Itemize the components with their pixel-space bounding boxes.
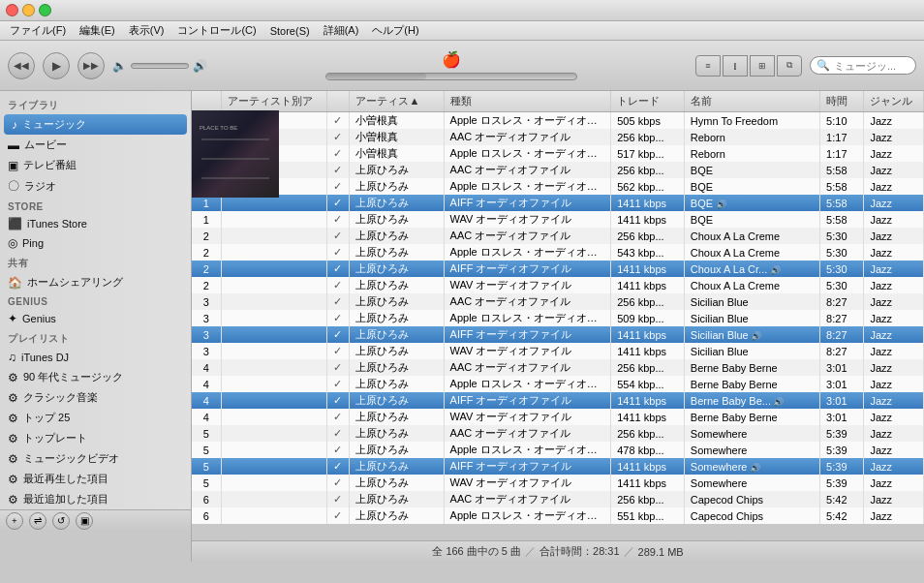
table-row[interactable]: 4✓上原ひろみAAC オーディオファイル256 kbp...Berne Baby… — [192, 359, 924, 376]
table-row[interactable]: 4✓上原ひろみApple ロスレス・オーディオファイル554 kbp...Ber… — [192, 376, 924, 392]
track-table[interactable]: アーティスト別ア アーティス▲ 種類 トレード 名前 時間 ジャンル 12✓小曽… — [192, 91, 924, 540]
table-row[interactable]: 3✓上原ひろみWAV オーディオファイル1411 kbpsSicilian Bl… — [192, 343, 924, 359]
table-row[interactable]: 5✓上原ひろみAAC オーディオファイル256 kbp...Somewhere5… — [192, 425, 924, 442]
sidebar-item-top-rated[interactable]: ⚙ トップレート — [0, 428, 191, 448]
menu-help[interactable]: ヘルプ(H) — [366, 21, 424, 40]
grid-view-button[interactable]: ⊞ — [750, 55, 775, 77]
artist-group — [221, 491, 326, 507]
table-row[interactable]: 5✓上原ひろみWAV オーディオファイル1411 kbpsSomewhere5:… — [192, 475, 924, 491]
artist-group — [221, 507, 326, 524]
sidebar-label-genius: Genius — [22, 313, 56, 324]
table-row[interactable]: 4✓上原ひろみAIFF オーディオファイル1411 kbpsBerne Baby… — [192, 392, 924, 409]
table-row[interactable]: 3✓上原ひろみAIFF オーディオファイル1411 kbpsSicilian B… — [192, 326, 924, 343]
table-row[interactable]: 2✓上原ひろみWAV オーディオファイル1411 kbpsChoux A La … — [192, 277, 924, 293]
col-header-genre[interactable]: ジャンル — [864, 91, 924, 112]
sidebar-item-classic[interactable]: ⚙ クラシック音楽 — [0, 387, 191, 408]
table-row[interactable]: 6✓上原ひろみApple ロスレス・オーディオファイル551 kbp...Cap… — [192, 507, 924, 524]
sidebar-item-90s[interactable]: ⚙ 90 年代ミュージック — [0, 367, 191, 387]
shuffle-button[interactable]: ⇌ — [29, 512, 46, 530]
format: Apple ロスレス・オーディオファイル — [444, 145, 611, 162]
track-time: 3:01 — [820, 376, 864, 392]
table-row[interactable]: 4✓上原ひろみWAV オーディオファイル1411 kbpsBerne Baby … — [192, 409, 924, 425]
table-row[interactable]: 2✓上原ひろみApple ロスレス・オーディオファイル543 kbp...Cho… — [192, 244, 924, 261]
sidebar-item-itunes-dj[interactable]: ♫ iTunes DJ — [0, 348, 191, 367]
column-view-button[interactable]: ⫿ — [723, 55, 748, 77]
track-name: Reborn — [684, 145, 819, 162]
bottom-bar: + ⇌ ↺ ▣ — [0, 509, 191, 531]
col-header-artist-name[interactable]: アーティスト別ア — [221, 91, 326, 112]
progress-area: 🍎 — [215, 50, 688, 80]
status-sep2: ／ — [624, 544, 634, 559]
table-row[interactable]: 5✓上原ひろみApple ロスレス・オーディオファイル478 kbp...Som… — [192, 442, 924, 458]
fast-forward-button[interactable]: ▶▶ — [77, 52, 105, 79]
table-row[interactable]: 1✓上原ひろみApple ロスレス・オーディオファイル562 kbp...BQE… — [192, 178, 924, 195]
check-mark: ✓ — [326, 310, 350, 326]
toolbar: ◀◀ ▶ ▶▶ 🔈 🔊 🍎 ≡ ⫿ ⊞ ⧉ 🔍 — [0, 41, 924, 91]
col-header-artist[interactable]: アーティス▲ — [350, 91, 444, 112]
menu-edit[interactable]: 編集(E) — [74, 21, 121, 40]
artwork-button[interactable]: ▣ — [76, 512, 93, 530]
close-button[interactable] — [6, 4, 18, 16]
table-row[interactable]: 2✓上原ひろみAIFF オーディオファイル1411 kbpsChoux A La… — [192, 261, 924, 277]
rewind-button[interactable]: ◀◀ — [8, 52, 35, 79]
artist-name: 上原ひろみ — [350, 178, 444, 195]
col-header-name[interactable]: 名前 — [684, 91, 819, 112]
volume-slider[interactable] — [131, 63, 189, 69]
table-row[interactable]: 13✓小曽根真Apple ロスレス・オーディオファイル517 kbp...Reb… — [192, 145, 924, 162]
sidebar-item-itunes-store[interactable]: ⬛ iTunes Store — [0, 214, 191, 233]
menu-view[interactable]: 表示(V) — [123, 21, 170, 40]
add-button[interactable]: + — [6, 512, 23, 530]
col-header-check[interactable] — [326, 91, 350, 112]
col-header-num[interactable] — [192, 91, 221, 112]
repeat-button[interactable]: ↺ — [52, 512, 70, 530]
maximize-button[interactable] — [39, 4, 51, 16]
sidebar-item-home-sharing[interactable]: 🏠 ホームシェアリング — [0, 272, 191, 292]
track-genre: Jazz — [864, 211, 924, 228]
menu-store[interactable]: Store(S) — [264, 23, 316, 39]
table-row[interactable]: 6✓上原ひろみAAC オーディオファイル256 kbp...Capecod Ch… — [192, 491, 924, 507]
table-row[interactable]: 1✓上原ひろみAIFF オーディオファイル1411 kbpsBQE 🔊5:58J… — [192, 195, 924, 211]
track-genre: Jazz — [864, 507, 924, 524]
track-number: 13 — [192, 129, 221, 145]
table-row[interactable]: 13✓小曽根真AAC オーディオファイル256 kbp...Reborn1:17… — [192, 129, 924, 145]
track-time: 5:39 — [820, 458, 864, 475]
col-header-format[interactable]: 種類 — [444, 91, 611, 112]
table-row[interactable]: 2✓上原ひろみAAC オーディオファイル256 kbp...Choux A La… — [192, 228, 924, 244]
table-row[interactable]: 5✓上原ひろみAIFF オーディオファイル1411 kbpsSomewhere … — [192, 458, 924, 475]
table-row[interactable]: 3✓上原ひろみApple ロスレス・オーディオファイル509 kbp...Sic… — [192, 310, 924, 326]
progress-bar[interactable] — [325, 73, 577, 80]
sidebar-item-top25[interactable]: ⚙ トップ 25 — [0, 408, 191, 428]
artist-name: 上原ひろみ — [350, 359, 444, 376]
artist-group — [221, 326, 326, 343]
table-row[interactable]: 3✓上原ひろみAAC オーディオファイル256 kbp...Sicilian B… — [192, 293, 924, 310]
title-bar — [0, 0, 924, 21]
check-mark: ✓ — [326, 376, 350, 392]
sidebar-item-radio[interactable]: 〇 ラジオ — [0, 175, 191, 198]
search-input[interactable] — [834, 60, 911, 72]
sidebar-item-music-video[interactable]: ⚙ ミュージックビデオ — [0, 448, 191, 469]
sidebar-item-tv[interactable]: ▣ テレビ番組 — [0, 155, 191, 175]
table-row[interactable]: 1✓上原ひろみWAV オーディオファイル1411 kbpsBQE5:58Jazz — [192, 211, 924, 228]
sidebar-item-music[interactable]: ♪ ミュージック — [4, 114, 187, 135]
track-time: 5:58 — [820, 195, 864, 211]
sidebar-item-ping[interactable]: ◎ Ping — [0, 233, 191, 253]
col-header-time[interactable]: 時間 — [820, 91, 864, 112]
menu-file[interactable]: ファイル(F) — [4, 21, 72, 40]
menu-detail[interactable]: 詳細(A) — [318, 21, 365, 40]
sidebar-item-movies[interactable]: ▬ ムービー — [0, 135, 191, 155]
sidebar-item-genius[interactable]: ✦ Genius — [0, 309, 191, 328]
minimize-button[interactable] — [22, 4, 35, 16]
play-pause-button[interactable]: ▶ — [43, 52, 70, 79]
menu-bar: ファイル(F) 編集(E) 表示(V) コントロール(C) Store(S) 詳… — [0, 21, 924, 41]
sidebar-item-recently-added[interactable]: ⚙ 最近追加した項目 — [0, 489, 191, 509]
coverflow-view-button[interactable]: ⧉ — [777, 55, 802, 77]
table-row[interactable]: 12✓小曽根真Apple ロスレス・オーディオファイル505 kbpsHymn … — [192, 112, 924, 130]
check-mark: ✓ — [326, 507, 350, 524]
table-row[interactable]: 1✓上原ひろみAAC オーディオファイル256 kbp...BQE5:58Jaz… — [192, 162, 924, 178]
menu-control[interactable]: コントロール(C) — [171, 21, 262, 40]
list-view-button[interactable]: ≡ — [695, 55, 721, 77]
sidebar-label-recently-played: 最近再生した項目 — [23, 472, 108, 486]
track-genre: Jazz — [864, 442, 924, 458]
col-header-bitrate[interactable]: トレード — [611, 91, 685, 112]
sidebar-item-recently-played[interactable]: ⚙ 最近再生した項目 — [0, 469, 191, 489]
